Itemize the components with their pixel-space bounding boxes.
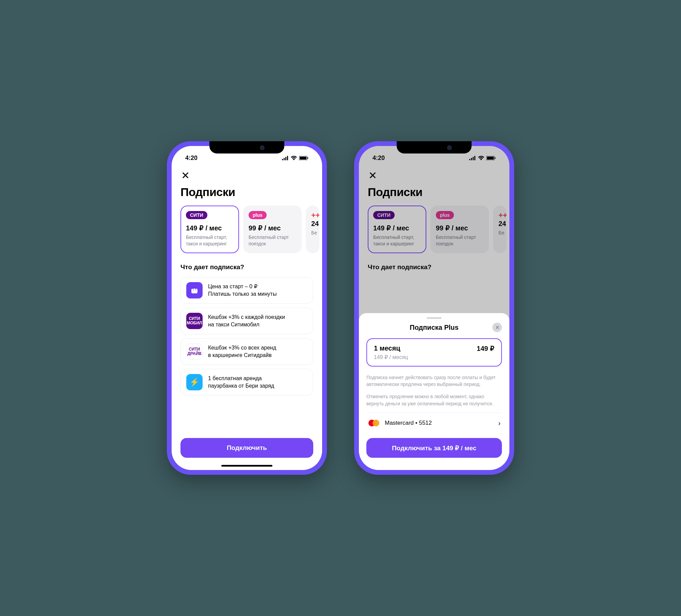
- cta-bar: Подключить: [172, 433, 322, 470]
- svg-point-9: [195, 290, 196, 290]
- period-label: 1 месяц: [374, 344, 400, 353]
- phone-mockup-left: 4:20 ✕ Подписки СИТИ 149 ₽ / мес: [167, 141, 327, 475]
- svg-rect-3: [287, 156, 288, 160]
- period-price: 149 ₽: [477, 344, 494, 353]
- shopping-bag-icon: [186, 282, 203, 298]
- plan-price: 149 ₽ / мес: [186, 224, 234, 232]
- cellular-signal-icon: [282, 156, 289, 160]
- citydrive-icon: СИТИ ДРАЙВ: [186, 343, 203, 360]
- home-indicator[interactable]: [221, 465, 272, 467]
- plan-badge-extra: ++: [311, 211, 319, 220]
- benefit-row-citydrive: СИТИ ДРАЙВ Кешбэк +3% со всех аренд в ка…: [180, 338, 313, 365]
- svg-rect-0: [282, 159, 283, 160]
- svg-rect-2: [285, 157, 286, 160]
- phone-mockup-right: 4:20 ✕ Подписки: [354, 141, 514, 475]
- benefit-row-start-price: Цена за старт – 0 ₽ Платишь только за ми…: [180, 277, 313, 304]
- plan-price: 24: [311, 220, 314, 228]
- benefit-text: Кешбэк +3% со всех аренд в каршеринге Си…: [208, 344, 276, 359]
- svg-rect-7: [191, 289, 197, 293]
- notch: [397, 141, 472, 153]
- close-button[interactable]: ✕: [180, 168, 190, 185]
- status-time: 4:20: [185, 155, 197, 162]
- plan-card-city[interactable]: СИТИ 149 ₽ / мес Бесплатный старт, такси…: [180, 206, 239, 253]
- payment-label: Mastercard • 5512: [385, 420, 493, 426]
- subscribe-button[interactable]: Подключить: [180, 438, 313, 458]
- battery-icon: [299, 156, 308, 160]
- sheet-title: Подписка Plus: [366, 324, 502, 331]
- plan-desc: Бесплатный старт, такси и каршеринг: [186, 234, 234, 247]
- benefit-text: 1 бесплатная аренда пауэрбанка от Бери з…: [208, 375, 274, 389]
- page-title: Подписки: [180, 185, 313, 199]
- plan-desc: Бесплатный старт поездок: [249, 234, 296, 247]
- benefit-text: Кешбэк +3% с каждой поездки на такси Сит…: [208, 313, 285, 328]
- lightning-bolt-icon: ⚡: [186, 374, 203, 390]
- svg-rect-6: [307, 157, 308, 159]
- plan-price: 99 ₽ / мес: [249, 224, 296, 232]
- plans-carousel[interactable]: СИТИ 149 ₽ / мес Бесплатный старт, такси…: [180, 206, 313, 253]
- period-option-selected[interactable]: 1 месяц 149 ₽ 149 ₽ / месяц: [366, 338, 502, 367]
- benefit-row-citymobil: СИТИ МОБИЛ Кешбэк +3% с каждой поездки н…: [180, 308, 313, 334]
- plan-badge-city: СИТИ: [186, 211, 207, 219]
- plan-desc: Бе: [311, 230, 314, 236]
- wifi-icon: [291, 156, 297, 160]
- benefit-row-powerbank: ⚡ 1 бесплатная аренда пауэрбанка от Бери…: [180, 369, 313, 395]
- subscribe-confirm-button[interactable]: Подключить за 149 ₽ / мес: [366, 438, 502, 458]
- plan-card-plus[interactable]: plus 99 ₽ / мес Бесплатный старт поездок: [243, 206, 302, 253]
- plan-card-partial[interactable]: ++ 24 Бе: [306, 206, 319, 253]
- chevron-right-icon: ›: [498, 419, 501, 427]
- mastercard-icon: [368, 419, 380, 427]
- screen-content: ✕ Подписки СИТИ 149 ₽ / мес Бесплатный с…: [172, 165, 322, 429]
- notch: [209, 141, 284, 153]
- payment-method-row[interactable]: Mastercard • 5512 ›: [366, 412, 502, 433]
- sheet-drag-handle[interactable]: [427, 317, 442, 319]
- period-sub: 149 ₽ / месяц: [374, 354, 494, 360]
- legal-text-1: Подписка начнет действовать сразу после …: [366, 374, 502, 388]
- svg-rect-5: [300, 157, 306, 160]
- svg-point-8: [193, 290, 194, 290]
- benefit-text: Цена за старт – 0 ₽ Платишь только за ми…: [208, 283, 276, 297]
- legal-text-2: Отменить продление можно в любой момент,…: [366, 393, 502, 407]
- plan-badge-plus: plus: [249, 211, 267, 219]
- svg-rect-1: [284, 158, 285, 160]
- citymobil-icon: СИТИ МОБИЛ: [186, 313, 203, 329]
- subscription-sheet: Подписка Plus ✕ 1 месяц 149 ₽ 149 ₽ / ме…: [359, 313, 509, 470]
- benefits-title: Что дает подписка?: [180, 263, 313, 271]
